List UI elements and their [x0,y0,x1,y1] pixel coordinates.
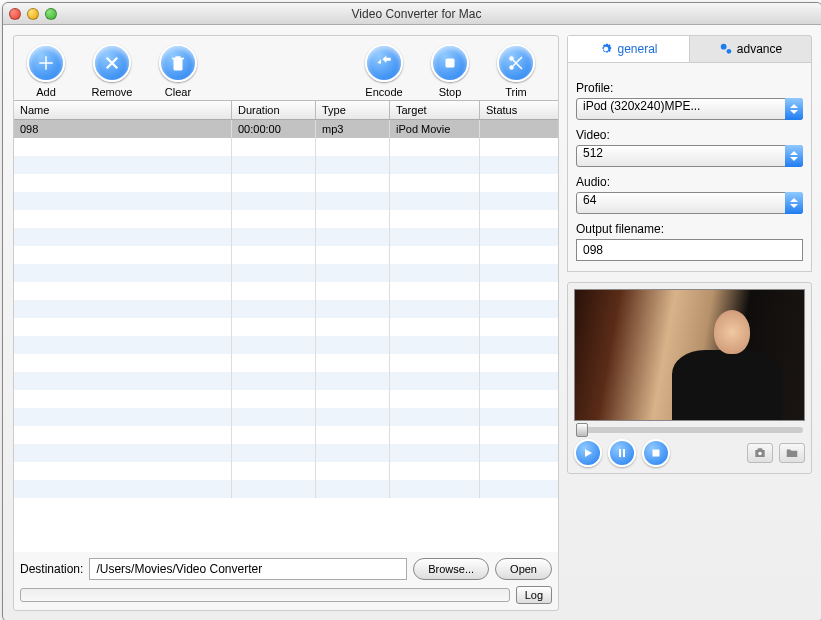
seek-slider[interactable] [576,427,803,433]
close-button[interactable] [9,8,21,20]
play-icon [582,447,594,459]
col-status[interactable]: Status [480,101,558,119]
tab-advance[interactable]: advance [690,36,811,62]
scissors-icon [507,54,525,72]
settings-panel: general advance Profile: iPod (320x240)M… [567,35,812,272]
camera-icon [753,446,767,460]
preview-panel [567,282,812,474]
remove-label: Remove [92,86,133,98]
play-button[interactable] [574,439,602,467]
encode-button[interactable]: Encode [356,44,412,98]
clear-label: Clear [165,86,191,98]
destination-label: Destination: [20,562,83,576]
log-button[interactable]: Log [516,586,552,604]
folder-icon [785,446,799,460]
col-duration[interactable]: Duration [232,101,316,119]
video-preview[interactable] [574,289,805,421]
stop-icon [650,447,662,459]
clear-button[interactable]: Clear [150,44,206,98]
svg-point-3 [721,44,727,50]
destination-bar: Destination: Browse... Open [14,552,558,586]
trim-button[interactable]: Trim [488,44,544,98]
cell-name: 098 [14,120,232,138]
tab-general-label: general [617,42,657,56]
remove-button[interactable]: Remove [84,44,140,98]
add-label: Add [36,86,56,98]
window-title: Video Converter for Mac [57,7,776,21]
stop-playback-button[interactable] [642,439,670,467]
titlebar: Video Converter for Mac [3,3,821,25]
table-row[interactable]: 098 00:00:00 mp3 iPod Movie [14,120,558,138]
x-icon [103,54,121,72]
pause-icon [616,447,628,459]
video-select[interactable]: 512 [576,145,803,167]
gear-icon [599,42,613,56]
add-button[interactable]: Add [18,44,74,98]
audio-label: Audio: [576,175,803,189]
snapshot-button[interactable] [747,443,773,463]
col-target[interactable]: Target [390,101,480,119]
window-controls [9,8,57,20]
destination-input[interactable] [89,558,407,580]
trash-icon [169,54,187,72]
svg-rect-0 [446,59,455,68]
profile-label: Profile: [576,81,803,95]
cell-duration: 00:00:00 [232,120,316,138]
tab-general[interactable]: general [568,36,690,62]
seek-thumb[interactable] [576,423,588,437]
svg-rect-5 [653,450,660,457]
svg-point-4 [726,49,731,54]
stop-icon [441,54,459,72]
gears-icon [719,42,733,56]
tab-advance-label: advance [737,42,782,56]
audio-select[interactable]: 64 [576,192,803,214]
stop-button[interactable]: Stop [422,44,478,98]
toolbar: Add Remove Clear Encode [14,36,558,100]
stop-label: Stop [439,86,462,98]
encode-icon [375,54,393,72]
cell-status [480,120,558,138]
progress-track [20,588,510,602]
browse-button[interactable]: Browse... [413,558,489,580]
col-type[interactable]: Type [316,101,390,119]
output-filename-input[interactable] [576,239,803,261]
open-button[interactable]: Open [495,558,552,580]
svg-point-6 [758,452,762,456]
plus-icon [37,54,55,72]
output-filename-label: Output filename: [576,222,803,236]
file-table: Name Duration Type Target Status 098 00:… [14,100,558,552]
profile-select[interactable]: iPod (320x240)MPE... [576,98,803,120]
cell-target: iPod Movie [390,120,480,138]
folder-button[interactable] [779,443,805,463]
col-name[interactable]: Name [14,101,232,119]
log-bar: Log [14,586,558,610]
zoom-button[interactable] [45,8,57,20]
trim-label: Trim [505,86,527,98]
main-panel: Add Remove Clear Encode [13,35,559,611]
encode-label: Encode [365,86,402,98]
table-header: Name Duration Type Target Status [14,101,558,120]
video-label: Video: [576,128,803,142]
side-panel: general advance Profile: iPod (320x240)M… [567,35,812,611]
minimize-button[interactable] [27,8,39,20]
pause-button[interactable] [608,439,636,467]
app-window: Video Converter for Mac Add Remove Clear [2,2,821,620]
cell-type: mp3 [316,120,390,138]
